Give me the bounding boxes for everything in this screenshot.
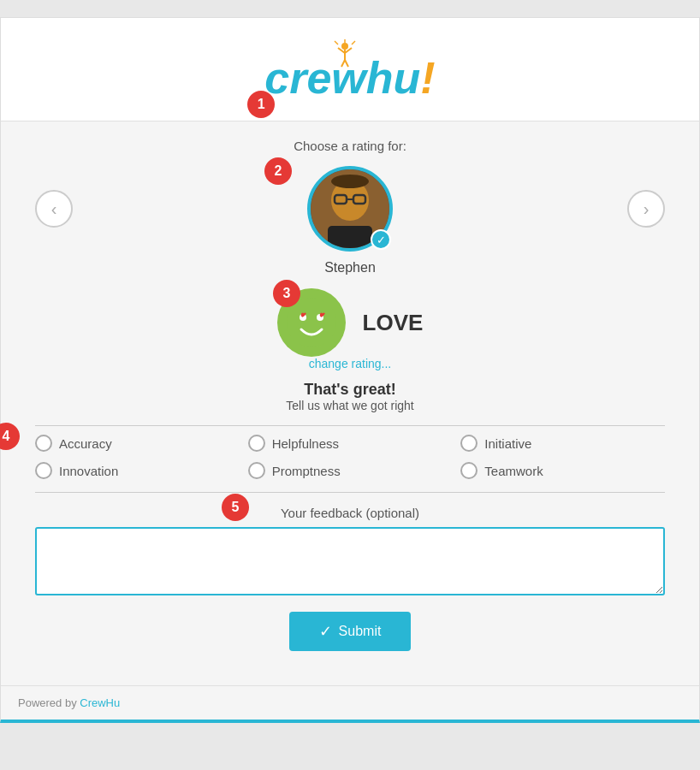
feedback-label: Your feedback (optional) xyxy=(35,506,665,520)
checkbox-accuracy[interactable]: Accuracy xyxy=(35,435,240,452)
divider-1 xyxy=(35,425,665,426)
svg-line-5 xyxy=(345,60,348,67)
label-innovation: Innovation xyxy=(59,464,118,478)
submit-wrap: ✓ Submit xyxy=(35,612,665,651)
step-3-badge: 3 xyxy=(273,280,300,307)
change-rating-link[interactable]: change rating... xyxy=(309,357,392,370)
step-2-badge: 2 xyxy=(264,157,292,185)
checkbox-innovation[interactable]: Innovation xyxy=(35,462,240,479)
radio-teamwork xyxy=(460,462,478,479)
prev-arrow-icon: ‹ xyxy=(51,199,57,219)
footer: Powered by CrewHu xyxy=(1,685,699,720)
label-teamwork: Teamwork xyxy=(484,464,543,478)
crewhu-link[interactable]: CrewHu xyxy=(80,696,120,709)
label-initiative: Initiative xyxy=(484,436,531,451)
radio-accuracy xyxy=(35,435,52,452)
thats-great-text: That's great! xyxy=(35,381,665,399)
checkbox-helpfulness[interactable]: Helpfulness xyxy=(248,435,453,452)
svg-line-4 xyxy=(341,60,345,67)
check-badge: ✓ xyxy=(371,229,391,250)
label-accuracy: Accuracy xyxy=(59,436,112,451)
radio-innovation xyxy=(35,462,52,479)
header: 1 crewhu! xyxy=(1,18,699,121)
logo-container: 1 crewhu! xyxy=(264,44,435,104)
label-helpfulness: Helpfulness xyxy=(272,436,339,451)
label-promptness: Promptness xyxy=(272,464,341,478)
divider-2 xyxy=(35,492,665,493)
step-1-badge: 1 xyxy=(247,91,275,118)
choose-rating-label: Choose a rating for: xyxy=(35,139,665,153)
person-wrap: 2 xyxy=(307,166,393,252)
radio-helpfulness xyxy=(248,435,265,452)
radio-promptness xyxy=(248,462,265,479)
person-section: ‹ 2 xyxy=(35,166,665,252)
tell-us-text: Tell us what we got right xyxy=(35,399,665,412)
svg-point-0 xyxy=(341,43,348,50)
svg-rect-14 xyxy=(328,226,372,248)
checkbox-grid: Accuracy Helpfulness Initiative Innovati… xyxy=(35,435,665,479)
checkboxes-section: 4 Accuracy Helpfulness Initiative I xyxy=(35,435,665,479)
svg-point-15 xyxy=(331,175,369,188)
next-person-button[interactable]: › xyxy=(627,190,665,228)
feedback-textarea[interactable] xyxy=(35,527,665,595)
rating-label: LOVE xyxy=(363,310,424,336)
submit-check-icon: ✓ xyxy=(319,622,332,641)
logo-figure-icon xyxy=(329,39,360,70)
svg-line-6 xyxy=(335,41,338,44)
rating-section: 3 LOVE c xyxy=(35,288,665,370)
prev-person-button[interactable]: ‹ xyxy=(35,190,73,228)
next-arrow-icon: › xyxy=(644,199,650,219)
svg-line-8 xyxy=(352,41,355,44)
checkbox-promptness[interactable]: Promptness xyxy=(248,462,453,479)
powered-by-text: Powered by xyxy=(18,696,77,709)
step-4-badge: 4 xyxy=(0,423,20,450)
main-content: Choose a rating for: ‹ 2 xyxy=(1,121,699,685)
page-wrapper: 1 crewhu! Choose a rating xyxy=(0,17,700,723)
radio-initiative xyxy=(460,435,478,452)
person-name: Stephen xyxy=(35,260,665,275)
step-5-badge: 5 xyxy=(222,494,249,521)
feedback-section: 5 Your feedback (optional) xyxy=(35,506,665,599)
submit-label: Submit xyxy=(339,624,382,639)
checkbox-teamwork[interactable]: Teamwork xyxy=(460,462,665,479)
checkbox-initiative[interactable]: Initiative xyxy=(460,435,665,452)
submit-button[interactable]: ✓ Submit xyxy=(289,612,412,651)
